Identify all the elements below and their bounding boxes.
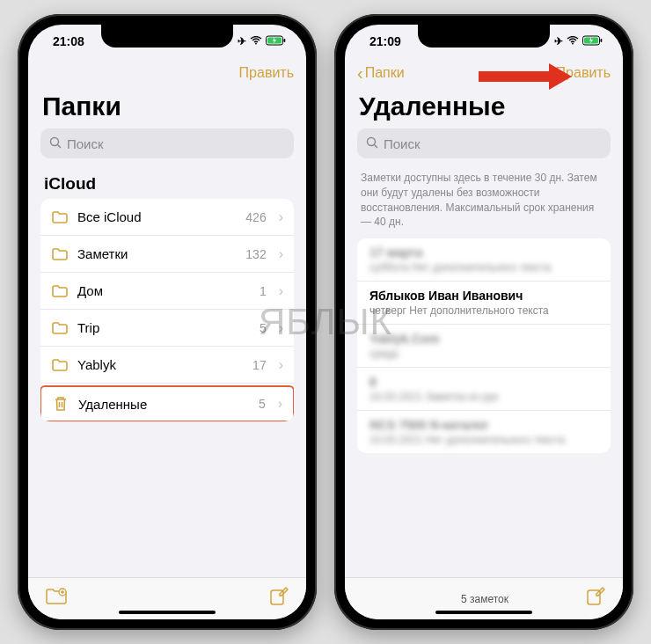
edit-button[interactable]: Править (556, 65, 611, 81)
folder-count: 1 (260, 284, 267, 298)
svg-point-12 (572, 43, 574, 45)
folder-icon (51, 211, 69, 223)
screen-right: 21:09 ✈︎ ‹ Папки Править Удаленные (345, 25, 623, 619)
notch (101, 25, 233, 48)
note-subtitle: четверг Нет дополнительного текста (369, 304, 598, 317)
status-icons: ✈︎ (238, 35, 287, 48)
svg-point-0 (255, 43, 257, 45)
battery-icon (582, 35, 603, 48)
phone-right: 21:09 ✈︎ ‹ Папки Править Удаленные (334, 14, 633, 630)
folder-count: 5 (259, 397, 266, 411)
folder-label: Trip (77, 320, 251, 335)
note-item[interactable]: 17 марта суббота Нет дополнительного тек… (357, 238, 611, 282)
chevron-left-icon: ‹ (357, 63, 363, 84)
folder-label: Все iCloud (77, 209, 237, 224)
svg-point-4 (51, 137, 59, 145)
search-input[interactable]: Поиск (357, 128, 611, 158)
folder-icon (51, 285, 69, 297)
note-title: Yablyk.Com (369, 332, 598, 346)
trash-icon (52, 396, 69, 412)
phone-left: 21:08 ✈︎ Править Папки Поиск iCloud (18, 14, 317, 630)
note-title: 17 марта (369, 245, 598, 260)
chevron-right-icon: › (279, 320, 283, 336)
chevron-right-icon: › (278, 396, 282, 412)
nav-bar: Править (28, 58, 306, 88)
back-button[interactable]: ‹ Папки (357, 63, 405, 84)
folder-row[interactable]: Дом 1 › (40, 273, 294, 310)
svg-line-5 (58, 144, 62, 148)
svg-line-17 (375, 144, 378, 148)
folder-icon (51, 322, 69, 334)
nav-bar: ‹ Папки Править (345, 58, 623, 88)
airplane-icon: ✈︎ (554, 35, 563, 48)
note-subtitle: 10.03.2021 Нет дополнительного текста (369, 434, 598, 446)
new-folder-button[interactable] (46, 588, 67, 610)
folder-row[interactable]: Заметки 132 › (40, 236, 294, 273)
status-time: 21:08 (53, 34, 84, 48)
svg-rect-3 (284, 39, 286, 42)
deletion-hint: Заметки доступны здесь в течение 30 дн. … (345, 167, 623, 238)
note-item[interactable]: Yablyk.Com среда (357, 325, 611, 368)
page-title: Удаленные (345, 88, 623, 128)
notes-count: 5 заметок (461, 593, 508, 605)
notch (418, 25, 550, 48)
wifi-icon (567, 35, 579, 48)
folder-list: Все iCloud 426 › Заметки 132 › Дом 1 › T… (40, 199, 294, 421)
search-icon (49, 136, 62, 151)
folder-label: Заметки (77, 246, 237, 261)
folder-count: 17 (252, 358, 267, 372)
section-header-icloud: iCloud (28, 167, 306, 199)
chevron-right-icon: › (279, 246, 283, 262)
folder-label: Yablyk (77, 357, 244, 372)
search-icon (366, 136, 378, 151)
status-time: 21:09 (369, 34, 401, 48)
back-label: Папки (365, 65, 405, 81)
chevron-right-icon: › (279, 209, 283, 225)
battery-icon (266, 35, 287, 48)
page-title: Папки (28, 88, 306, 128)
folder-row-deleted[interactable]: Удаленные 5 › (40, 385, 294, 421)
notes-list: 17 марта суббота Нет дополнительного тек… (357, 238, 611, 453)
note-subtitle: 10.03.2021 Заметка из рук (369, 391, 598, 403)
search-placeholder: Поиск (384, 136, 421, 151)
folder-row[interactable]: Trip 5 › (40, 310, 294, 347)
home-indicator[interactable] (435, 611, 532, 614)
folder-count: 5 (260, 321, 267, 335)
note-title: Яблыков Иван Иванович (369, 289, 598, 303)
folder-label: Дом (77, 283, 251, 298)
note-subtitle: суббота Нет дополнительного текста (369, 261, 598, 274)
wifi-icon (250, 35, 262, 48)
compose-button[interactable] (586, 587, 605, 611)
airplane-icon: ✈︎ (238, 35, 246, 48)
folder-label: Удаленные (78, 397, 250, 412)
search-input[interactable]: Поиск (40, 128, 294, 158)
note-title: 8 (369, 375, 598, 389)
search-placeholder: Поиск (67, 136, 104, 151)
folder-icon (51, 248, 69, 260)
svg-rect-15 (601, 39, 603, 42)
svg-point-16 (368, 137, 376, 145)
home-indicator[interactable] (119, 611, 216, 614)
folder-row[interactable]: Все iCloud 426 › (40, 199, 294, 236)
chevron-right-icon: › (279, 357, 283, 373)
screen-left: 21:08 ✈︎ Править Папки Поиск iCloud (28, 25, 306, 619)
folder-row[interactable]: Yablyk 17 › (40, 347, 294, 384)
note-item[interactable]: NCS 7500 N-каталог 10.03.2021 Нет дополн… (357, 411, 611, 453)
folder-count: 426 (245, 210, 266, 224)
note-item[interactable]: 8 10.03.2021 Заметка из рук (357, 368, 611, 411)
folder-icon (51, 359, 69, 371)
folder-count: 132 (245, 247, 266, 261)
note-title: NCS 7500 N-каталог (369, 418, 598, 432)
status-icons: ✈︎ (554, 35, 603, 48)
compose-button[interactable] (269, 587, 289, 611)
note-subtitle: среда (369, 348, 598, 360)
note-item[interactable]: Яблыков Иван Иванович четверг Нет дополн… (357, 282, 611, 325)
chevron-right-icon: › (279, 283, 283, 299)
edit-button[interactable]: Править (239, 65, 294, 81)
